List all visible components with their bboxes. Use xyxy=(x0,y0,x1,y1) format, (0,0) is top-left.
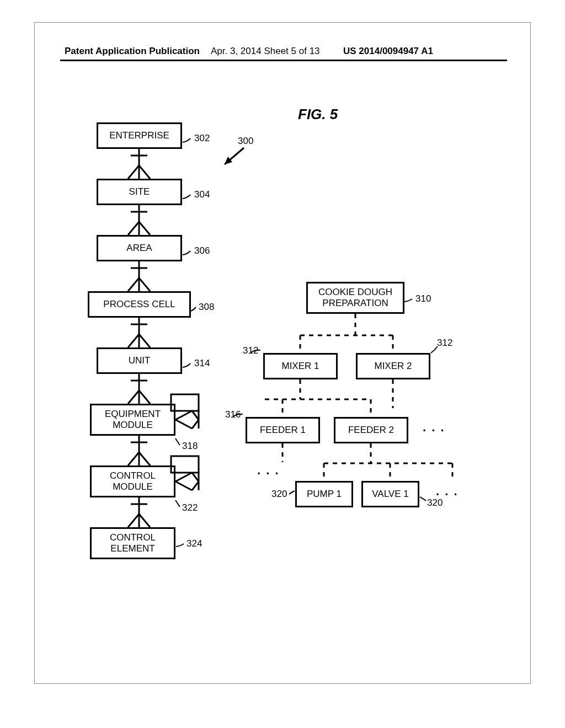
right-connectors xyxy=(0,0,565,728)
patent-figure-page: Patent Application Publication Apr. 3, 2… xyxy=(0,0,565,728)
